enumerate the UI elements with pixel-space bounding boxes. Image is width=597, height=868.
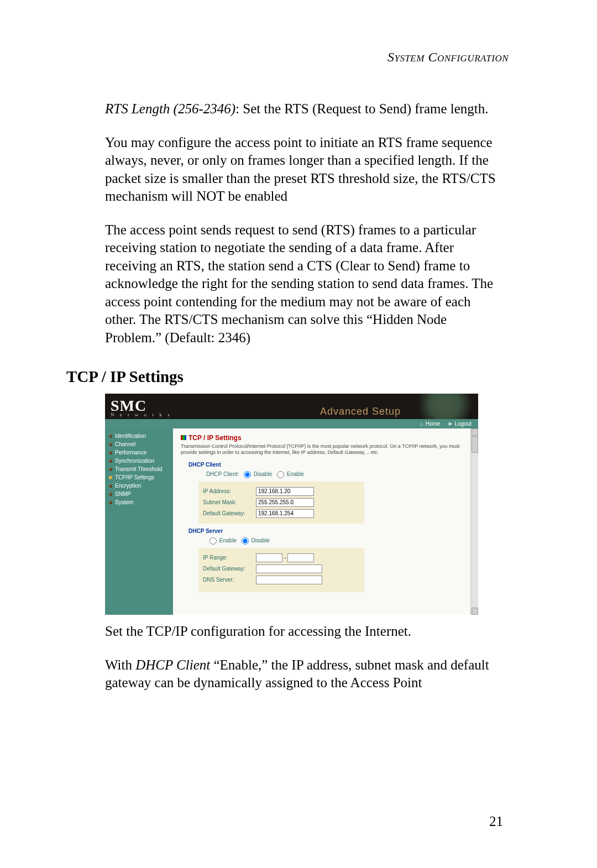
sidebar-item-tcpip-settings[interactable]: TCP/IP Settings xyxy=(108,473,170,482)
logo-big: SMC xyxy=(111,399,172,412)
logout-icon: ➤ xyxy=(448,421,452,427)
dhcp-client-heading: DHCP Client xyxy=(188,462,472,468)
section-heading-tcpip: TCP / IP Settings xyxy=(66,368,503,386)
dns-server-input[interactable] xyxy=(256,576,322,584)
paragraph-set-tcpip: Set the TCP/IP configuration for accessi… xyxy=(105,623,503,641)
home-icon: ⌂ xyxy=(420,421,423,427)
sidebar-item-performance[interactable]: Performance xyxy=(108,448,170,457)
sidebar-item-identification[interactable]: Identification xyxy=(108,432,170,440)
scroll-thumb[interactable] xyxy=(472,436,478,453)
utility-bar: ⌂ Home ➤ Logout xyxy=(105,419,478,428)
paragraph-rts-desc: You may configure the access point to in… xyxy=(105,134,503,206)
dhcp-server-disable-radio[interactable] xyxy=(242,537,249,545)
client-fields-box: IP Address: Subnet Mask: Default Gateway… xyxy=(198,482,364,524)
paragraph-dhcp-client: With DHCP Client “Enable,” the IP addres… xyxy=(105,656,503,692)
app-header: SMC N e t w o r k s Advanced Setup xyxy=(105,394,478,419)
dhcp-client-label: DHCP Client: xyxy=(206,471,239,477)
sidebar-item-snmp[interactable]: SNMP xyxy=(108,490,170,498)
server-gateway-input[interactable] xyxy=(256,564,322,573)
dhcp-client-radio-group: DHCP Client: Disable Enable xyxy=(206,471,472,478)
disable-label: Disable xyxy=(254,471,272,477)
dhcp-server-enable-radio[interactable] xyxy=(210,537,217,545)
ip-range-end-input[interactable] xyxy=(287,553,314,562)
server-gateway-row: Default Gateway: xyxy=(203,564,360,573)
sidebar-item-transmit-threshold[interactable]: Transmit Threshold xyxy=(108,465,170,473)
main-panel: TCP / IP Settings Transmission Control P… xyxy=(173,428,478,615)
panel-description: Transmission Control Protocol/Internet P… xyxy=(181,443,472,456)
ip-range-dash: - xyxy=(282,555,287,561)
subnet-mask-input[interactable] xyxy=(256,498,314,507)
enable-label: Enable xyxy=(287,471,304,477)
scroll-up-arrow[interactable] xyxy=(472,428,478,436)
dhcp-client-disable-radio[interactable] xyxy=(244,471,251,478)
logout-label: Logout xyxy=(454,421,472,427)
subnet-mask-row: Subnet Mask: xyxy=(203,498,360,507)
sidebar: Identification Channel Performance Synch… xyxy=(105,428,173,615)
smc-logo: SMC N e t w o r k s xyxy=(111,399,172,417)
advanced-setup-label: Advanced Setup xyxy=(320,406,401,417)
panel-title: TCP / IP Settings xyxy=(181,434,472,442)
dhcp-client-enable-radio[interactable] xyxy=(277,471,284,478)
home-button[interactable]: ⌂ Home xyxy=(420,421,441,427)
ip-address-row: IP Address: xyxy=(203,487,360,496)
ip-address-input[interactable] xyxy=(256,487,314,496)
server-gateway-label: Default Gateway: xyxy=(203,566,256,572)
dhcp-server-heading: DHCP Server xyxy=(188,528,472,534)
paragraph-rts-length: RTS Length (256-2346): Set the RTS (Requ… xyxy=(105,100,503,118)
scrollbar[interactable] xyxy=(470,428,478,615)
dns-server-label: DNS Server: xyxy=(203,577,256,583)
sidebar-item-system[interactable]: System xyxy=(108,498,170,506)
enable-label-2: Enable xyxy=(219,537,237,543)
sidebar-item-channel[interactable]: Channel xyxy=(108,440,170,448)
logo-small: N e t w o r k s xyxy=(111,412,172,417)
system-heading: System Configuration xyxy=(66,50,509,65)
default-gateway-row: Default Gateway: xyxy=(203,509,360,518)
subnet-mask-label: Subnet Mask: xyxy=(203,499,256,505)
dhcp-server-radio-group: Enable Disable xyxy=(206,537,472,545)
rts-length-label: RTS Length (256-2346) xyxy=(105,101,235,116)
scroll-down-arrow[interactable] xyxy=(472,608,478,615)
server-fields-box: IP Range: - Default Gateway: DNS Server: xyxy=(198,548,364,592)
ip-range-start-input[interactable] xyxy=(256,553,282,562)
ip-range-label: IP Range: xyxy=(203,555,256,561)
default-gateway-label: Default Gateway: xyxy=(203,510,256,516)
header-decoration xyxy=(412,394,478,419)
dhcp-para-a: With xyxy=(105,657,135,672)
logout-button[interactable]: ➤ Logout xyxy=(448,421,472,427)
title-bars-icon xyxy=(181,435,186,440)
ip-range-row: IP Range: - xyxy=(203,553,360,562)
home-label: Home xyxy=(426,421,441,427)
dhcp-para-italic: DHCP Client xyxy=(135,657,210,672)
disable-label-2: Disable xyxy=(251,537,269,543)
paragraph-rts-cts: The access point sends request to send (… xyxy=(105,221,503,347)
dns-server-row: DNS Server: xyxy=(203,576,360,584)
rts-length-text: : Set the RTS (Request to Send) frame le… xyxy=(235,101,488,116)
page-number: 21 xyxy=(489,814,503,829)
default-gateway-input[interactable] xyxy=(256,509,314,518)
ip-address-label: IP Address: xyxy=(203,488,256,494)
sidebar-item-synchronization[interactable]: Synchronization xyxy=(108,457,170,465)
panel-title-text: TCP / IP Settings xyxy=(188,434,242,442)
sidebar-item-encryption[interactable]: Encryption xyxy=(108,482,170,490)
tcpip-screenshot: SMC N e t w o r k s Advanced Setup ⌂ Hom… xyxy=(105,394,478,615)
